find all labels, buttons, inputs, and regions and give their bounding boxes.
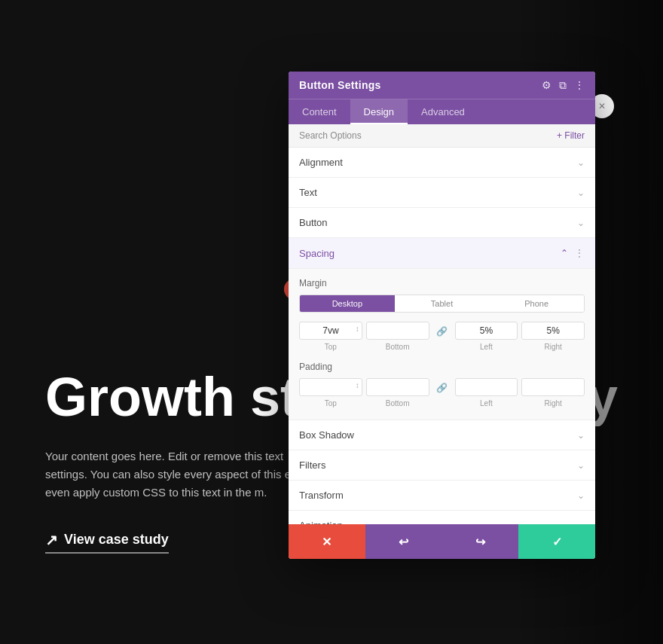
save-button[interactable]: ✓: [518, 524, 595, 559]
page-body: Your content goes here. Edit or remove t…: [45, 447, 316, 502]
accordion-filters-header[interactable]: Filters ⌄: [289, 450, 595, 480]
accordion-animation: Animation ⌄: [289, 511, 595, 524]
margin-right-input[interactable]: [527, 325, 579, 336]
redo-button[interactable]: ↪: [442, 524, 519, 559]
padding-bottom-field[interactable]: [366, 378, 429, 396]
accordion-button-header[interactable]: Button ⌄: [289, 208, 595, 237]
chevron-down-icon: ⌄: [577, 188, 585, 198]
chevron-down-icon: ⌄: [577, 157, 585, 168]
margin-right-field[interactable]: [521, 322, 585, 340]
chevron-down-icon: ⌄: [577, 490, 585, 501]
panel-body: Alignment ⌄ Text ⌄ Button ⌄ Spacing ⌃: [289, 148, 595, 524]
padding-top-field[interactable]: ↕: [299, 378, 362, 396]
padding-label-bottom: Bottom: [366, 399, 429, 407]
label-bottom: Bottom: [366, 343, 429, 351]
accordion-alignment: Alignment ⌄: [289, 148, 595, 178]
padding-label-left: Left: [455, 399, 518, 407]
chevron-down-icon: ⌄: [577, 430, 585, 441]
accordion-button: Button ⌄: [289, 208, 595, 238]
more-icon[interactable]: ⋮: [574, 80, 585, 90]
padding-right-input[interactable]: [527, 382, 579, 392]
accordion-animation-header[interactable]: Animation ⌄: [289, 511, 595, 524]
accordion-alignment-header[interactable]: Alignment ⌄: [289, 148, 595, 177]
label-left: Left: [455, 343, 518, 351]
panel-header-icons: ⚙ ⧉ ⋮: [542, 80, 585, 90]
margin-label: Margin: [299, 278, 585, 288]
margin-top-input[interactable]: [304, 325, 357, 336]
accordion-box-shadow: Box Shadow ⌄: [289, 420, 595, 450]
padding-label: Padding: [299, 362, 585, 372]
chevron-down-icon: ⌄: [577, 218, 585, 228]
device-tabs: Desktop Tablet Phone: [299, 295, 585, 313]
filter-button[interactable]: + Filter: [557, 130, 585, 141]
device-tab-phone[interactable]: Phone: [489, 295, 584, 312]
alignment-label: Alignment: [299, 157, 343, 168]
padding-left-field[interactable]: [455, 378, 518, 396]
accordion-text-header[interactable]: Text ⌄: [289, 178, 595, 207]
margin-link-icon[interactable]: 🔗: [433, 325, 451, 337]
arrow-icon: ↗: [45, 533, 58, 548]
spacing-content: Margin Desktop Tablet Phone: [289, 268, 595, 420]
label-right: Right: [521, 343, 585, 351]
accordion-text: Text ⌄: [289, 178, 595, 208]
padding-right-field[interactable]: [521, 378, 585, 396]
accordion-filters: Filters ⌄: [289, 450, 595, 481]
margin-left-field[interactable]: [455, 322, 518, 340]
text-label: Text: [299, 187, 317, 198]
settings-icon[interactable]: ⚙: [542, 80, 551, 90]
padding-left-input[interactable]: [460, 382, 513, 392]
tab-design[interactable]: Design: [350, 99, 408, 124]
chevron-down-icon: ⌄: [577, 460, 585, 471]
accordion-spacing: Spacing ⌃ ⋮ Margin Desktop Tablet: [289, 238, 595, 420]
accordion-transform: Transform ⌄: [289, 481, 595, 511]
search-label: Search Options: [299, 130, 362, 141]
filters-label: Filters: [299, 459, 325, 471]
panel-header: Button Settings ⚙ ⧉ ⋮: [289, 72, 595, 99]
button-label: Button: [299, 217, 328, 228]
panel-tabs: Content Design Advanced: [289, 99, 595, 124]
accordion-spacing-header[interactable]: Spacing ⌃ ⋮: [289, 238, 595, 268]
accordion-transform-header[interactable]: Transform ⌄: [289, 481, 595, 510]
margin-bottom-input[interactable]: [371, 325, 424, 336]
margin-left-input[interactable]: [460, 325, 513, 336]
tab-content[interactable]: Content: [289, 99, 350, 124]
settings-panel: Button Settings ⚙ ⧉ ⋮ Content Design Adv…: [289, 72, 595, 559]
spacing-label: Spacing: [299, 248, 335, 259]
device-tab-desktop[interactable]: Desktop: [300, 295, 395, 312]
cancel-button[interactable]: ✕: [289, 524, 365, 559]
spacing-more-icon[interactable]: ⋮: [574, 247, 585, 259]
label-top: Top: [299, 343, 362, 351]
accordion-box-shadow-header[interactable]: Box Shadow ⌄: [289, 420, 595, 450]
panel-actions: ✕ ↩ ↪ ✓: [289, 524, 595, 559]
view-case-study-link[interactable]: ↗ View case study: [45, 532, 169, 554]
copy-icon[interactable]: ⧉: [559, 80, 567, 90]
undo-button[interactable]: ↩: [365, 524, 442, 559]
padding-link-icon[interactable]: 🔗: [433, 381, 451, 393]
panel-title: Button Settings: [299, 79, 381, 91]
search-bar: Search Options + Filter: [289, 124, 595, 148]
transform-label: Transform: [299, 490, 344, 501]
device-tab-tablet[interactable]: Tablet: [395, 295, 490, 312]
tab-advanced[interactable]: Advanced: [408, 99, 478, 124]
chevron-up-icon: ⌃: [561, 248, 568, 258]
padding-label-top: Top: [299, 399, 362, 407]
padding-label-right: Right: [521, 399, 585, 407]
close-circle-icon: ✕: [598, 101, 606, 111]
padding-bottom-input[interactable]: [371, 382, 424, 392]
padding-top-input[interactable]: [304, 382, 357, 392]
margin-bottom-field[interactable]: [366, 322, 429, 340]
box-shadow-label: Box Shadow: [299, 429, 354, 441]
margin-top-field[interactable]: ↕: [299, 322, 362, 340]
